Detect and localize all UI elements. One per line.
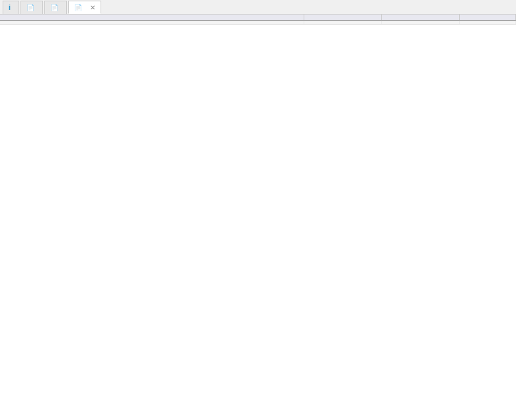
table-container [0, 15, 516, 420]
tab-close-icon[interactable]: ✕ [90, 4, 95, 11]
info-icon: i [9, 3, 11, 11]
table-header-row [0, 15, 516, 21]
tab-dominator-tree[interactable]: 📄 ✕ [68, 1, 101, 14]
tab-default-report[interactable]: 📄 [21, 1, 43, 14]
tab-bar: i 📄 📄 📄 ✕ [0, 0, 516, 15]
tab-overview[interactable]: i [3, 1, 19, 14]
col-header-name[interactable] [0, 15, 304, 21]
col-header-shallow[interactable] [304, 15, 381, 21]
dominator-table [0, 15, 516, 24]
tab-report-icon: 📄 [26, 4, 34, 11]
tab-tree-icon: 📄 [74, 4, 82, 11]
tab-api-suspects[interactable]: 📄 [44, 1, 67, 14]
tab-api-icon: 📄 [50, 4, 58, 11]
filter-row [0, 21, 516, 24]
col-header-percentage[interactable] [459, 15, 515, 21]
col-header-retained[interactable] [382, 15, 459, 21]
